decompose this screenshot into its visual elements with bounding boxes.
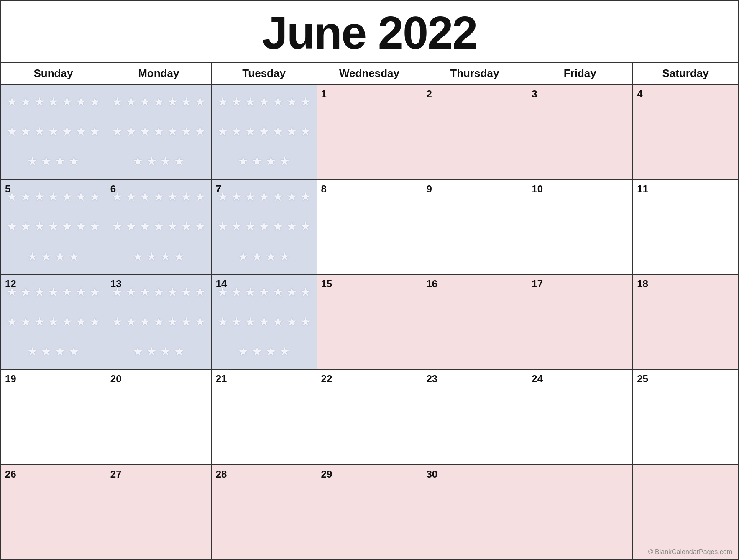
star-icon: ★ <box>286 96 297 108</box>
star-icon: ★ <box>195 96 205 108</box>
star-icon: ★ <box>62 221 72 233</box>
star-icon: ★ <box>89 316 100 328</box>
week-row: 2627282930 <box>1 465 738 559</box>
day-number: 10 <box>532 183 628 195</box>
star-icon: ★ <box>231 126 242 138</box>
day-cell: 15 <box>317 275 422 369</box>
day-number: 16 <box>426 278 523 290</box>
star-icon: ★ <box>259 221 269 233</box>
star-icon: ★ <box>160 251 171 263</box>
star-icon: ★ <box>112 221 123 233</box>
watermark: © BlankCalendarPages.com <box>648 548 732 556</box>
day-cell: ★★★★★★★★★★★★★★★★★★ <box>212 85 317 179</box>
star-icon: ★ <box>217 126 228 138</box>
star-icon: ★ <box>153 126 164 138</box>
day-header-tuesday: Tuesday <box>212 63 317 84</box>
star-icon: ★ <box>140 221 150 233</box>
day-number: 27 <box>110 468 207 480</box>
star-icon: ★ <box>300 316 311 328</box>
star-icon: ★ <box>20 221 31 233</box>
star-icon: ★ <box>245 126 256 138</box>
star-icon: ★ <box>112 96 123 108</box>
day-number: 18 <box>637 278 734 290</box>
star-icon: ★ <box>89 221 100 233</box>
day-number: 23 <box>426 373 523 385</box>
day-number: 22 <box>321 373 418 385</box>
day-header-saturday: Saturday <box>633 63 738 84</box>
star-icon: ★ <box>231 316 242 328</box>
week-row: ★★★★★★★★★★★★★★★★★★★★★★★★★★★★★★★★★★★★★★★★… <box>1 85 738 180</box>
week-row: 19202122232425 <box>1 370 738 465</box>
star-icon: ★ <box>55 346 65 358</box>
star-icon: ★ <box>266 156 276 167</box>
star-icon: ★ <box>273 316 283 328</box>
star-icon: ★ <box>160 156 171 167</box>
star-icon: ★ <box>27 156 38 167</box>
star-icon: ★ <box>76 221 86 233</box>
day-header-wednesday: Wednesday <box>317 63 422 84</box>
star-icon: ★ <box>259 316 269 328</box>
day-cell: 25 <box>633 370 738 464</box>
day-cell: ★★★★★★★★★★★★★★★★★★ <box>1 85 106 179</box>
star-icon: ★ <box>300 126 311 138</box>
star-icon: ★ <box>259 96 269 108</box>
star-icon: ★ <box>245 221 256 233</box>
star-icon: ★ <box>238 156 248 167</box>
star-icon: ★ <box>7 96 17 108</box>
calendar-content: June 2022 SundayMondayTuesdayWednesdayTh… <box>1 1 738 559</box>
star-icon: ★ <box>126 316 136 328</box>
star-icon: ★ <box>41 251 51 263</box>
day-number: 9 <box>426 183 523 195</box>
day-number: 25 <box>637 373 734 385</box>
star-icon: ★ <box>167 316 178 328</box>
star-icon: ★ <box>20 316 31 328</box>
star-icon: ★ <box>279 346 290 358</box>
day-number: 8 <box>321 183 418 195</box>
star-icon: ★ <box>34 316 45 328</box>
star-icon: ★ <box>34 96 45 108</box>
star-icon: ★ <box>238 251 248 263</box>
day-cell: 22 <box>317 370 422 464</box>
star-icon: ★ <box>48 126 59 138</box>
day-cell: 3 <box>527 85 633 179</box>
star-icon: ★ <box>252 156 262 167</box>
day-cell: 20 <box>106 370 212 464</box>
day-number: 13 <box>110 278 207 290</box>
star-icon: ★ <box>153 96 164 108</box>
star-icon: ★ <box>55 156 65 167</box>
day-cell: ★★★★★★★★★★★★★★★★★★6 <box>106 180 212 274</box>
day-number: 4 <box>637 88 734 100</box>
day-cell: ★★★★★★★★★★★★★★★★★★7 <box>212 180 317 274</box>
star-icon: ★ <box>7 126 17 138</box>
star-icon: ★ <box>273 221 283 233</box>
calendar-wrapper: June 2022 SundayMondayTuesdayWednesdayTh… <box>0 0 739 560</box>
day-header-thursday: Thursday <box>422 63 527 84</box>
star-icon: ★ <box>126 126 136 138</box>
star-icon: ★ <box>286 316 297 328</box>
star-icon: ★ <box>146 346 157 358</box>
star-icon: ★ <box>245 316 256 328</box>
day-number: 28 <box>216 468 312 480</box>
star-icon: ★ <box>259 126 269 138</box>
star-icon: ★ <box>140 96 150 108</box>
day-header-monday: Monday <box>106 63 212 84</box>
day-cell: 2 <box>422 85 527 179</box>
star-icon: ★ <box>76 126 86 138</box>
star-icon: ★ <box>217 96 228 108</box>
day-cell: 18 <box>633 275 738 369</box>
day-cell: 29 <box>317 465 422 559</box>
star-icon: ★ <box>146 251 157 263</box>
star-icon: ★ <box>174 156 184 167</box>
star-icon: ★ <box>273 126 283 138</box>
star-icon: ★ <box>217 221 228 233</box>
day-number: 30 <box>426 468 523 480</box>
day-number: 15 <box>321 278 418 290</box>
star-icon: ★ <box>286 126 297 138</box>
star-icon: ★ <box>55 251 65 263</box>
day-headers: SundayMondayTuesdayWednesdayThursdayFrid… <box>1 63 738 85</box>
day-number: 5 <box>5 183 102 195</box>
star-icon: ★ <box>273 96 283 108</box>
star-icon: ★ <box>89 126 100 138</box>
star-icon: ★ <box>20 96 31 108</box>
star-icon: ★ <box>167 221 178 233</box>
